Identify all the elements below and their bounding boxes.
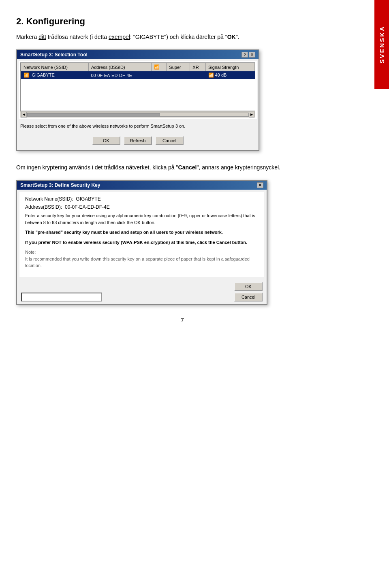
scrollbar-area: ◀ ▶ bbox=[20, 111, 255, 118]
scrollbar-track[interactable] bbox=[27, 113, 249, 117]
cell-super bbox=[167, 71, 190, 79]
dialog1-bottom: Please select from one of the above wire… bbox=[17, 121, 259, 150]
dialog1-info-text: Please select from one of the above wire… bbox=[20, 123, 255, 129]
scroll-right-button[interactable]: ▶ bbox=[249, 112, 254, 118]
col-icon: 📶 bbox=[152, 63, 167, 71]
address-value: 00-0F-EA-ED-DF-4E bbox=[65, 204, 110, 210]
cell-xr bbox=[190, 71, 206, 79]
dialog1-help-button[interactable]: ? bbox=[242, 52, 248, 58]
wireless-icon: 📶 bbox=[24, 73, 29, 77]
cell-ssid: 📶 GIGABYTE bbox=[21, 71, 89, 79]
note-title: Note: bbox=[25, 250, 36, 254]
page-number: 7 bbox=[16, 317, 348, 323]
dialog1-title: SmartSetup 3: Selection Tool bbox=[20, 52, 88, 58]
dialog2-btn-group: OK Cancel bbox=[234, 282, 263, 301]
cell-mode bbox=[152, 71, 167, 79]
dialog2-text1: Enter a security key for your device usi… bbox=[25, 212, 259, 226]
dialog1-body: Network Name (SSID) Address (BSSID) 📶 Su… bbox=[19, 61, 257, 119]
dialog1-close-button[interactable]: ✕ bbox=[249, 52, 255, 58]
dialog2-ok-button[interactable]: OK bbox=[234, 282, 263, 291]
col-signal: Signal Strength bbox=[206, 63, 255, 71]
side-tab-text: SVENSKA bbox=[378, 26, 385, 64]
side-tab: SVENSKA bbox=[374, 0, 389, 89]
dialog2-body: Network Name(SSID): GIGABYTE Address(BSS… bbox=[19, 192, 264, 277]
network-table: Network Name (SSID) Address (BSSID) 📶 Su… bbox=[21, 63, 255, 79]
dialog1-titlebar: SmartSetup 3: Selection Tool ? ✕ bbox=[17, 50, 259, 59]
section-title: 2. Konfigurering bbox=[16, 16, 348, 27]
dialog1-ok-button[interactable]: OK bbox=[92, 136, 120, 145]
table-row[interactable]: 📶 GIGABYTE 00-0F-EA-ED-DF-4E 📶 49 dB bbox=[21, 71, 255, 79]
signal-bars-icon: 📶 bbox=[208, 73, 214, 77]
dialog2-cancel-button[interactable]: Cancel bbox=[234, 293, 263, 301]
col-ssid: Network Name (SSID) bbox=[21, 63, 89, 71]
dialog2-bottom: OK Cancel bbox=[17, 280, 267, 304]
dialog1-refresh-button[interactable]: Refresh bbox=[124, 136, 152, 145]
col-xr: XR bbox=[190, 63, 206, 71]
network-name-line: Network Name(SSID): GIGABYTE bbox=[25, 196, 259, 202]
note-section: Note: It is recommended that you write d… bbox=[25, 249, 259, 269]
col-super: Super bbox=[167, 63, 190, 71]
dialog2-title: SmartSetup 3: Define Security Key bbox=[20, 182, 100, 188]
dialog2-text3: If you prefer NOT to enable wireless sec… bbox=[25, 239, 259, 246]
dialog1-cancel-button[interactable]: Cancel bbox=[155, 136, 184, 145]
main-content: 2. Konfigurering Markera ditt trådlösa n… bbox=[0, 0, 373, 340]
section-description2: Om ingen kryptering används i det trådlö… bbox=[16, 163, 348, 172]
address-line: Address(BSSID): 00-0F-EA-ED-DF-4E bbox=[25, 204, 259, 210]
ssid-value: GIGABYTE bbox=[30, 72, 56, 78]
dialog2-text2: This "pre-shared" security key must be u… bbox=[25, 229, 259, 236]
address-label: Address(BSSID): bbox=[25, 204, 62, 210]
security-key-dialog: SmartSetup 3: Define Security Key ✕ Netw… bbox=[16, 180, 267, 305]
col-bssid: Address (BSSID) bbox=[88, 63, 151, 71]
cell-signal: 📶 49 dB bbox=[206, 71, 255, 79]
dialog1-buttons: OK Refresh Cancel bbox=[20, 134, 255, 148]
section-description: Markera ditt trådlösa nätverk (i detta e… bbox=[16, 32, 348, 41]
network-name-value: GIGABYTE bbox=[76, 196, 100, 202]
network-name-label: Network Name(SSID): bbox=[25, 196, 73, 202]
network-list-area: Network Name (SSID) Address (BSSID) 📶 Su… bbox=[20, 62, 255, 111]
signal-value: 49 dB bbox=[215, 73, 227, 77]
dialog2-titlebar: SmartSetup 3: Define Security Key ✕ bbox=[17, 181, 267, 190]
scroll-left-button[interactable]: ◀ bbox=[21, 112, 27, 118]
selection-tool-dialog: SmartSetup 3: Selection Tool ? ✕ Network… bbox=[16, 49, 259, 150]
dialog1-title-buttons: ? ✕ bbox=[242, 52, 255, 58]
security-key-input[interactable] bbox=[21, 293, 102, 301]
note-text: It is recommended that you write down th… bbox=[25, 257, 250, 268]
dialog2-close-button[interactable]: ✕ bbox=[257, 182, 263, 188]
cell-bssid: 00-0F-EA-ED-DF-4E bbox=[88, 71, 151, 79]
